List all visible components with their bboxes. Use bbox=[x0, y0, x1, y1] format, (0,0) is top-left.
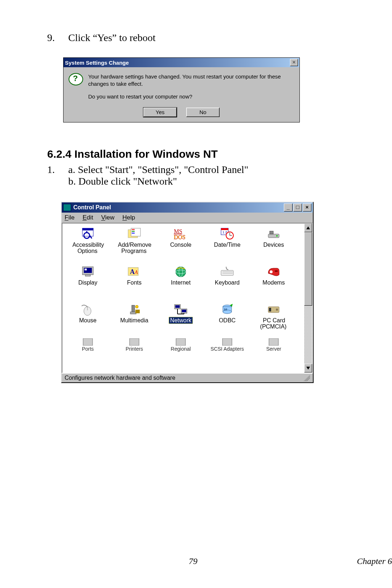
cp-item-multimedia[interactable]: Multimedia bbox=[111, 301, 158, 339]
cp-item-odbc[interactable]: 32 ODBC bbox=[204, 301, 250, 339]
cp-item-date-time[interactable]: 1 2 Date/Time bbox=[204, 226, 250, 263]
mouse-icon bbox=[80, 303, 96, 317]
console-icon: MSDOS bbox=[173, 227, 189, 241]
cp-item-accessibility-options[interactable]: AccessibilityOptions bbox=[65, 226, 111, 263]
multimedia-icon bbox=[126, 303, 142, 317]
cp-item-network[interactable]: Network bbox=[158, 301, 204, 339]
svg-text:A: A bbox=[134, 270, 138, 275]
cp-item-label: PC Card(PCMCIA) bbox=[259, 317, 289, 330]
scrollbar-thumb[interactable] bbox=[304, 232, 312, 306]
section-heading: 6.2.4 Installation for Windows NT bbox=[47, 148, 348, 160]
odbc-icon: 32 bbox=[219, 303, 235, 317]
svg-text:32: 32 bbox=[224, 308, 227, 311]
internet-icon bbox=[173, 265, 189, 279]
vertical-scrollbar[interactable] bbox=[303, 223, 312, 372]
svg-marker-62 bbox=[306, 367, 310, 370]
scsi-adapters-icon bbox=[219, 338, 235, 346]
cp-item-regional[interactable]: Regional bbox=[158, 337, 204, 355]
no-button[interactable]: No bbox=[186, 108, 220, 117]
page-number: 79 bbox=[189, 556, 197, 566]
menu-file[interactable]: File bbox=[65, 214, 74, 221]
dialog-message-2: Do you want to restart your computer now… bbox=[88, 93, 294, 100]
cp-item-label: AccessibilityOptions bbox=[70, 242, 105, 254]
control-panel-icon-area: AccessibilityOptions Add/RemoveProgramsM… bbox=[62, 223, 303, 372]
svg-rect-38 bbox=[132, 305, 135, 312]
svg-point-40 bbox=[135, 305, 138, 308]
cp-item-label: Fonts bbox=[125, 279, 144, 286]
cp-item-console[interactable]: MSDOS Console bbox=[158, 226, 204, 263]
chapter-label: Chapter 6 bbox=[357, 556, 392, 566]
cp-item-keyboard[interactable]: Keyboard bbox=[204, 263, 250, 301]
svg-point-55 bbox=[276, 309, 278, 311]
cp-item-label: Display bbox=[76, 279, 99, 286]
cp-item-devices[interactable]: Devices bbox=[250, 226, 297, 263]
control-panel-title: Control Panel bbox=[73, 204, 111, 211]
menu-help[interactable]: Help bbox=[122, 214, 135, 221]
cp-item-label: Keyboard bbox=[213, 279, 242, 286]
cp-item-label: ODBC bbox=[217, 317, 238, 324]
modems-icon bbox=[266, 265, 282, 279]
svg-rect-9 bbox=[132, 233, 135, 234]
add-remove-programs-icon bbox=[126, 227, 142, 241]
cp-item-label: Mouse bbox=[77, 317, 99, 324]
cp-item-ports[interactable]: Ports bbox=[65, 337, 111, 355]
network-icon bbox=[173, 303, 189, 317]
svg-rect-23 bbox=[85, 275, 90, 276]
svg-rect-58 bbox=[176, 338, 185, 346]
maximize-icon[interactable]: □ bbox=[293, 204, 302, 212]
svg-rect-24 bbox=[85, 269, 87, 270]
cp-item-fonts[interactable]: AA Fonts bbox=[111, 263, 158, 301]
svg-rect-8 bbox=[132, 231, 135, 232]
cp-item-display[interactable]: Display bbox=[65, 263, 111, 301]
resize-grip-icon[interactable] bbox=[303, 375, 310, 381]
svg-rect-54 bbox=[269, 308, 271, 311]
yes-button[interactable]: Yes bbox=[143, 108, 177, 117]
svg-rect-39 bbox=[130, 312, 136, 314]
cp-item-label: SCSI Adapters bbox=[209, 346, 245, 352]
cp-item-label: Modems bbox=[260, 279, 287, 286]
control-panel-titlebar[interactable]: Control Panel _ □ × bbox=[62, 202, 313, 213]
menu-edit[interactable]: Edit bbox=[82, 214, 93, 221]
cp-item-printers[interactable]: Printers bbox=[111, 337, 158, 355]
svg-marker-61 bbox=[306, 226, 310, 229]
cp-item-internet[interactable]: Internet bbox=[158, 263, 204, 301]
system-settings-change-dialog: System Settings Change × ? Your hardware… bbox=[63, 57, 300, 122]
scroll-up-icon[interactable] bbox=[304, 223, 312, 232]
scroll-down-icon[interactable] bbox=[304, 364, 312, 372]
menu-bar: File Edit View Help bbox=[62, 213, 313, 223]
cp-item-modems[interactable]: Modems bbox=[250, 263, 297, 301]
printers-icon bbox=[126, 338, 142, 346]
display-icon bbox=[80, 265, 96, 279]
cp-item-label: Devices bbox=[261, 242, 286, 248]
svg-rect-1 bbox=[82, 228, 93, 230]
dialog-titlebar[interactable]: System Settings Change × bbox=[64, 58, 299, 67]
cp-item-server[interactable]: Server bbox=[250, 337, 297, 355]
regional-icon bbox=[173, 338, 189, 346]
step-9-number: 9. bbox=[47, 32, 68, 44]
minimize-icon[interactable]: _ bbox=[284, 204, 293, 212]
cp-item-add-remove-programs[interactable]: Add/RemovePrograms bbox=[111, 226, 158, 263]
step-9: 9. Click “Yes” to reboot bbox=[47, 32, 348, 44]
control-panel-titlebar-icon bbox=[63, 204, 71, 211]
question-icon: ? bbox=[69, 73, 83, 88]
dialog-message-1: Your hardware settings have changed. You… bbox=[88, 73, 294, 88]
cp-item-label: Internet bbox=[169, 279, 193, 286]
menu-view[interactable]: View bbox=[101, 214, 115, 221]
svg-point-34 bbox=[270, 270, 273, 273]
svg-text:A: A bbox=[130, 268, 135, 275]
cp-item-pc-card[interactable]: PC Card(PCMCIA) bbox=[250, 301, 297, 339]
pc-card-icon bbox=[266, 303, 282, 317]
dialog-title: System Settings Change bbox=[65, 60, 129, 66]
svg-text:MS: MS bbox=[174, 228, 182, 234]
devices-icon bbox=[266, 227, 282, 241]
cp-item-mouse[interactable]: Mouse bbox=[65, 301, 111, 339]
server-icon bbox=[266, 338, 282, 346]
accessibility-options-icon bbox=[80, 227, 96, 241]
cp-item-scsi-adapters[interactable]: SCSI Adapters bbox=[204, 337, 250, 355]
close-icon[interactable]: × bbox=[290, 59, 298, 66]
keyboard-icon bbox=[219, 265, 235, 279]
cp-item-label: Console bbox=[168, 242, 194, 248]
close-icon[interactable]: × bbox=[303, 204, 311, 212]
date-time-icon: 1 2 bbox=[219, 227, 235, 241]
svg-text:DOS: DOS bbox=[174, 234, 185, 240]
